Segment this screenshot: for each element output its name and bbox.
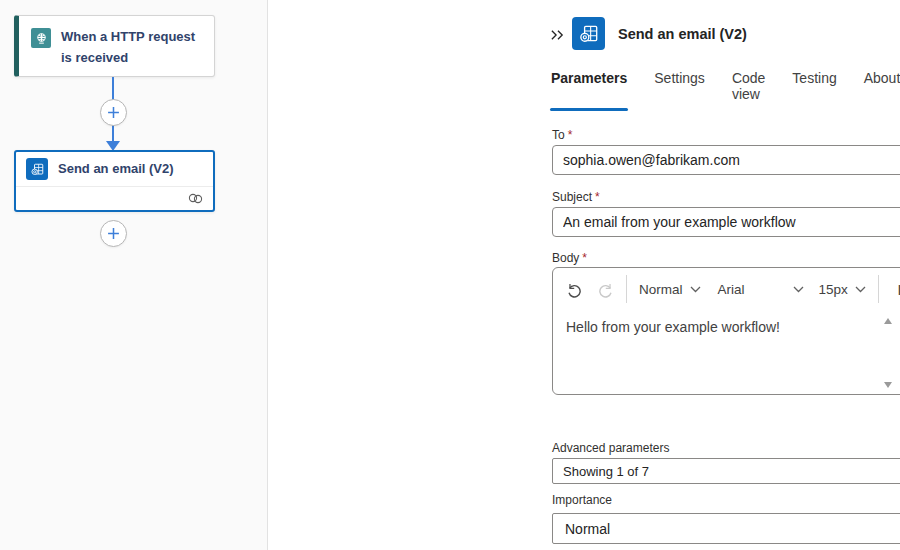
double-chevron-right-icon — [550, 28, 565, 42]
subject-label: Subject* — [552, 190, 600, 204]
body-label: Body* — [552, 251, 587, 265]
redo-icon — [597, 281, 614, 298]
body-rich-text-editor: Normal Arial 15px B I U A — [552, 267, 900, 395]
chevron-down-icon — [855, 286, 866, 293]
undo-button[interactable] — [566, 281, 583, 298]
insert-step-button[interactable] — [100, 99, 127, 126]
scroll-up-icon[interactable] — [884, 318, 892, 324]
importance-label: Importance — [552, 493, 612, 507]
advanced-parameters-dropdown[interactable]: Showing 1 of 7 — [552, 458, 900, 484]
font-family-dropdown[interactable]: Arial — [718, 282, 804, 297]
redo-button[interactable] — [597, 281, 614, 298]
chevron-down-icon — [690, 286, 701, 293]
workflow-canvas: When a HTTP request is received Send an … — [0, 0, 268, 550]
tab-about[interactable]: About — [864, 70, 900, 111]
add-step-button[interactable] — [100, 220, 127, 247]
collapse-panel-button[interactable] — [546, 24, 568, 46]
trigger-card-title: When a HTTP request is received — [61, 27, 206, 69]
font-size-dropdown[interactable]: 15px — [819, 282, 866, 297]
action-card-title: Send an email (V2) — [58, 159, 174, 180]
action-card-send-email[interactable]: Send an email (V2) — [14, 150, 215, 212]
http-request-icon — [31, 28, 51, 48]
plus-icon — [107, 106, 120, 119]
scroll-down-icon[interactable] — [884, 382, 892, 388]
importance-dropdown[interactable]: Normal — [552, 513, 900, 544]
plus-icon — [107, 227, 120, 240]
outlook-icon — [26, 158, 48, 180]
advanced-parameters-label: Advanced parameters — [552, 441, 669, 455]
body-field[interactable]: Hello from your example workflow! — [553, 310, 900, 344]
undo-icon — [566, 281, 583, 298]
connection-icon — [187, 193, 204, 204]
to-label: To* — [552, 128, 572, 142]
outlook-icon — [572, 17, 605, 50]
panel-title: Send an email (V2) — [618, 26, 747, 42]
required-marker: * — [568, 128, 573, 142]
tab-settings[interactable]: Settings — [654, 70, 705, 111]
tab-code-view[interactable]: Code view — [732, 70, 765, 111]
tab-testing[interactable]: Testing — [792, 70, 836, 111]
chevron-down-icon — [793, 286, 804, 293]
action-details-panel: Send an email (V2) Parameters Settings C… — [269, 0, 900, 550]
paragraph-style-dropdown[interactable]: Normal — [639, 282, 701, 297]
required-marker: * — [595, 190, 600, 204]
subject-field[interactable] — [552, 207, 900, 237]
tab-parameters[interactable]: Parameters — [551, 70, 627, 111]
required-marker: * — [582, 251, 587, 265]
panel-tabs: Parameters Settings Code view Testing Ab… — [551, 70, 900, 111]
rich-text-toolbar: Normal Arial 15px B I U A — [553, 268, 900, 310]
to-field[interactable] — [552, 145, 900, 175]
trigger-card-http-request[interactable]: When a HTTP request is received — [14, 15, 215, 77]
